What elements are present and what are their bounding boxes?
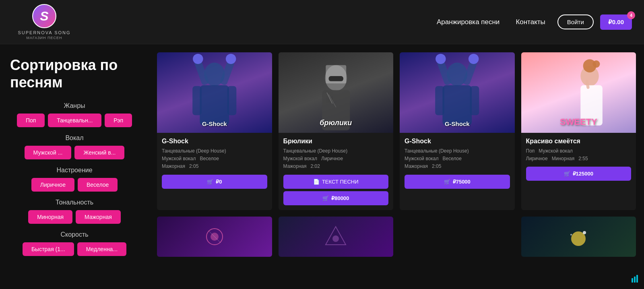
gshock1-image-label: G-Shock	[202, 120, 227, 127]
svg-rect-1	[200, 85, 229, 126]
filter-rap[interactable]: Рэп	[105, 114, 132, 127]
song-title-bryuliki: Брюлики	[283, 138, 389, 145]
song-meta-gshock2: Танцевальные (Deep House) Мужской вокал …	[405, 147, 510, 171]
filter-fun[interactable]: Веселое	[78, 178, 118, 192]
filter-pop[interactable]: Поп	[17, 114, 45, 127]
song-image-sweety: SWEETY	[521, 52, 636, 133]
song-card-sweety: SWEETY Красиво смеётся Поп Мужской вокал…	[521, 52, 636, 210]
bottom-card-2	[279, 217, 394, 257]
song-actions-gshock2: 🛒 ₽75000	[405, 175, 510, 189]
bryuliki-image-label: брюлики	[320, 119, 352, 127]
filter-minor[interactable]: Минорная	[28, 210, 72, 224]
svg-rect-16	[435, 86, 444, 116]
bottom-card-space	[521, 217, 636, 257]
speed-buttons: Быстрая (1... Медленна...	[10, 242, 139, 256]
login-button[interactable]: Войти	[557, 14, 594, 29]
svg-point-32	[332, 235, 339, 242]
song-image-gshock1: G-Shock	[157, 52, 272, 133]
cart-price: ₽0.00	[608, 19, 624, 26]
song-info-gshock2: G-Shock Танцевальные (Deep House) Мужско…	[400, 133, 515, 194]
svg-point-20	[436, 54, 446, 64]
filter-major[interactable]: Мажорная	[76, 210, 121, 224]
mood-label: Настроение	[10, 167, 139, 174]
main-layout: Сортировка по песням Жанры Поп Танцеваль…	[0, 44, 644, 289]
buy-button-bryuliki[interactable]: 🛒 ₽80000	[283, 191, 389, 205]
svg-rect-17	[470, 86, 479, 116]
svg-point-34	[583, 231, 586, 234]
bottom-card-empty	[400, 217, 515, 257]
svg-rect-15	[442, 85, 472, 126]
mood-buttons: Лиричное Веселое	[10, 178, 139, 192]
tonality-label: Тональность	[10, 199, 139, 206]
song-card-gshock2: G-Shock G-Shock Танцевальные (Deep House…	[400, 52, 515, 210]
svg-point-6	[193, 54, 203, 64]
sweety-image-label: SWEETY	[560, 117, 597, 127]
cart-badge: 4	[627, 11, 635, 19]
song-info-bryuliki: Брюлики Танцевальные (Deep House) Мужско…	[279, 133, 394, 210]
bottom-card-2-art	[324, 225, 348, 249]
cart-icon-sweety: 🛒	[564, 171, 570, 177]
song-title-gshock2: G-Shock	[405, 138, 510, 145]
songs-content: G-Shock G-Shock Танцевальные (Deep House…	[149, 44, 644, 289]
song-meta-bryuliki: Танцевальные (Deep House) Мужской вокал …	[283, 147, 389, 171]
svg-rect-3	[227, 86, 237, 116]
header: S SUPERNOVA SONG МАГАЗИН ПЕСЕН Аранжиров…	[0, 0, 644, 44]
buy-button-sweety[interactable]: 🛒 ₽125000	[526, 167, 632, 181]
filter-lyric[interactable]: Лиричное	[31, 178, 74, 192]
cart-icon-bryuliki: 🛒	[322, 195, 329, 201]
vocal-buttons: Мужской ... Женский в...	[10, 146, 139, 159]
buy-button-gshock1[interactable]: 🛒 ₽0	[162, 175, 267, 189]
song-info-gshock1: G-Shock Танцевальные (Deep House) Мужско…	[157, 133, 272, 194]
gshock2-image-label: G-Shock	[445, 120, 470, 127]
cart-button[interactable]: ₽0.00 4	[600, 14, 632, 30]
cart-icon-gshock2: 🛒	[444, 179, 450, 185]
filter-fast[interactable]: Быстрая (1...	[23, 242, 74, 256]
song-card-bryuliki: брюлики Брюлики Танцевальные (Deep House…	[279, 52, 394, 210]
sidebar-title: Сортировка по песням	[10, 56, 139, 91]
bottom-card-1	[157, 217, 272, 257]
buy-button-gshock2[interactable]: 🛒 ₽75000	[405, 175, 510, 189]
logo-area[interactable]: S SUPERNOVA SONG МАГАЗИН ПЕСЕН	[12, 4, 76, 39]
tonality-buttons: Минорная Мажорная	[10, 210, 139, 224]
speed-label: Скорость	[10, 231, 139, 238]
filter-tonality: Тональность Минорная Мажорная	[10, 199, 139, 224]
vocal-label: Вокал	[10, 134, 139, 142]
text-button-bryuliki[interactable]: 📄 ТЕКСТ ПЕСНИ	[283, 175, 389, 189]
song-actions-gshock1: 🛒 ₽0	[162, 175, 267, 189]
svg-rect-38	[636, 275, 638, 283]
svg-rect-13	[328, 76, 343, 81]
filter-mood: Настроение Лиричное Веселое	[10, 167, 139, 192]
filter-male[interactable]: Мужской ...	[25, 146, 72, 159]
song-image-bryuliki: брюлики	[279, 52, 394, 133]
bottom-card-1-art	[202, 225, 227, 249]
nav-arrangement[interactable]: Аранжировка песни	[437, 18, 500, 26]
song-actions-bryuliki: 📄 ТЕКСТ ПЕСНИ 🛒 ₽80000	[283, 175, 389, 205]
logo-subtitle: МАГАЗИН ПЕСЕН	[26, 36, 62, 40]
song-info-sweety: Красиво смеётся Поп Мужской вокал Лиричн…	[521, 133, 636, 186]
svg-point-21	[469, 54, 479, 64]
song-card-gshock1: G-Shock G-Shock Танцевальные (Deep House…	[157, 52, 272, 210]
song-title-gshock1: G-Shock	[162, 138, 267, 145]
filter-vocal: Вокал Мужской ... Женский в...	[10, 134, 139, 159]
filter-speed: Скорость Быстрая (1... Медленна...	[10, 231, 139, 256]
genres-label: Жанры	[10, 102, 139, 109]
bottom-card-space-art	[566, 225, 590, 249]
sidebar: Сортировка по песням Жанры Поп Танцеваль…	[0, 44, 149, 289]
nav-links: Аранжировка песни Контакты	[437, 18, 545, 26]
song-image-gshock2: G-Shock	[400, 52, 515, 133]
filter-slow[interactable]: Медленна...	[77, 242, 126, 256]
stats-icon[interactable]	[631, 274, 640, 285]
logo-icon: S	[32, 4, 56, 28]
text-icon-bryuliki: 📄	[313, 179, 320, 185]
svg-rect-36	[632, 278, 633, 283]
filter-dance[interactable]: Танцевальн...	[48, 114, 101, 127]
svg-point-7	[226, 54, 236, 64]
song-title-sweety: Красиво смеётся	[526, 138, 632, 145]
filter-genres: Жанры Поп Танцевальн... Рэп	[10, 102, 139, 127]
songs-grid-bottom	[157, 217, 636, 257]
filter-female[interactable]: Женский в...	[74, 146, 124, 159]
nav-contacts[interactable]: Контакты	[516, 18, 545, 26]
svg-rect-37	[634, 277, 636, 283]
svg-point-35	[570, 234, 572, 235]
cart-icon-gshock1: 🛒	[207, 179, 213, 185]
